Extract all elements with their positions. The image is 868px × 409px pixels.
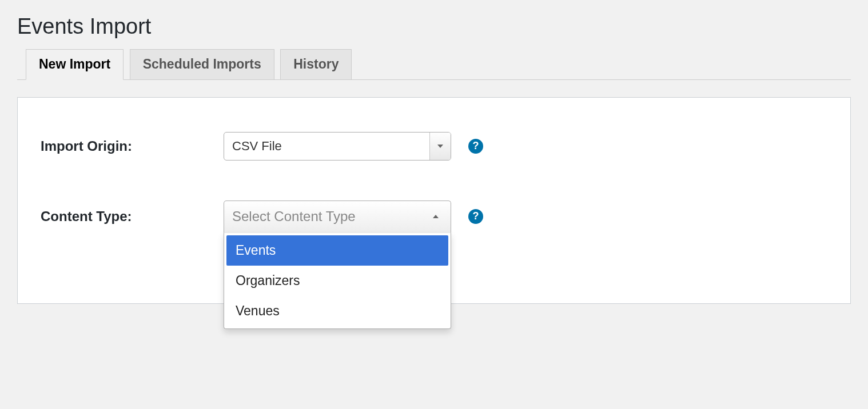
label-import-origin: Import Origin:: [41, 138, 224, 154]
svg-marker-0: [437, 145, 443, 148]
row-content-type: Content Type: Select Content Type Events…: [41, 201, 827, 232]
chevron-down-icon: [429, 133, 451, 160]
select-import-origin-value: CSV File: [224, 133, 429, 160]
tab-bar: New Import Scheduled Imports History: [17, 49, 851, 80]
help-icon[interactable]: ?: [468, 209, 483, 224]
option-venues[interactable]: Venues: [226, 296, 448, 326]
option-events[interactable]: Events: [226, 235, 448, 266]
select-content-type-placeholder: Select Content Type: [232, 208, 429, 224]
tab-scheduled-imports[interactable]: Scheduled Imports: [130, 49, 274, 80]
tab-new-import[interactable]: New Import: [26, 49, 124, 80]
select-content-type[interactable]: Select Content Type: [224, 201, 451, 232]
tab-history[interactable]: History: [280, 49, 352, 80]
row-import-origin: Import Origin: CSV File ?: [41, 132, 827, 161]
page-title: Events Import: [17, 14, 851, 39]
select-import-origin[interactable]: CSV File: [224, 132, 451, 161]
option-organizers[interactable]: Organizers: [226, 266, 448, 296]
label-content-type: Content Type:: [41, 208, 224, 224]
help-icon[interactable]: ?: [468, 139, 483, 154]
import-form: Import Origin: CSV File ? Content Type: …: [17, 97, 851, 304]
svg-marker-1: [433, 215, 439, 218]
chevron-up-icon: [429, 215, 443, 218]
select-content-type-menu: Events Organizers Venues: [224, 232, 451, 329]
